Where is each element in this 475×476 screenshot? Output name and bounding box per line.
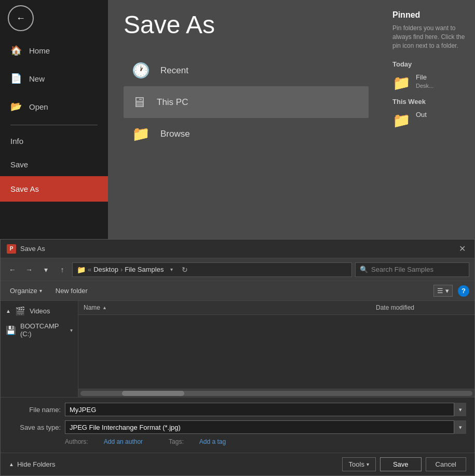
address-path[interactable]: 📁 « Desktop › File Samples ▾ ↻ xyxy=(72,262,352,277)
page-title: Save As xyxy=(124,10,369,39)
view-button[interactable]: ☰ ▾ xyxy=(433,285,453,297)
col-date-label: Date modified xyxy=(376,304,414,311)
videos-icon: 🎬 xyxy=(15,306,25,316)
this-week-folder-name: Out xyxy=(416,111,427,120)
location-browse[interactable]: 📁 Browse xyxy=(124,118,369,150)
sidebar-item-new-label: New xyxy=(29,74,45,83)
pinned-panel: Pinned Pin folders you want to always fi… xyxy=(384,0,475,244)
filename-row: File name: ▾ xyxy=(9,403,466,416)
bootcamp-icon: 💾 xyxy=(6,325,16,335)
sidebar-bootcamp[interactable]: 💾 BOOTCAMP (C:) ▾ xyxy=(1,319,78,341)
form-meta-row: Authors: Add an author Tags: Add a tag xyxy=(9,438,466,445)
scrollbar-track xyxy=(80,391,472,396)
nav-forward-button[interactable]: → xyxy=(22,263,36,276)
new-folder-button[interactable]: New folder xyxy=(51,285,92,297)
address-path-separator1: « xyxy=(88,266,91,273)
col-name-header[interactable]: Name ▲ xyxy=(84,304,376,311)
sidebar-item-home[interactable]: 🏠 Home xyxy=(0,36,108,64)
search-placeholder: Search File Samples xyxy=(371,266,433,273)
nav-dropdown-button[interactable]: ▾ xyxy=(39,263,52,276)
videos-expand-icon: ▲ xyxy=(6,308,11,314)
col-sort-icon: ▲ xyxy=(102,305,107,310)
save-button[interactable]: Save xyxy=(380,457,422,471)
address-path-sep: › xyxy=(120,266,123,273)
cancel-button[interactable]: Cancel xyxy=(426,457,466,471)
nav-up-button[interactable]: ↑ xyxy=(56,263,69,276)
filetype-row: Save as type: ▾ xyxy=(9,420,466,434)
today-folder-path: Desk... xyxy=(416,82,433,89)
location-recent[interactable]: 🕐 Recent xyxy=(124,55,369,86)
hide-folders-icon: ▲ xyxy=(9,461,14,467)
hide-folders-button[interactable]: ▲ Hide Folders xyxy=(9,460,56,468)
sidebar-item-info[interactable]: Info xyxy=(0,129,108,153)
help-icon: ? xyxy=(462,287,466,295)
sidebar-item-save-as-label: Save As xyxy=(10,184,39,193)
file-main: Name ▲ Date modified xyxy=(78,301,474,397)
address-dropdown-button[interactable]: ▾ xyxy=(166,263,177,276)
app-icon-label: P xyxy=(10,246,13,252)
sidebar-item-open-label: Open xyxy=(29,102,48,111)
recent-icon: 🕐 xyxy=(132,62,150,79)
view-icon: ☰ xyxy=(437,287,443,295)
back-button[interactable]: ← xyxy=(8,5,34,31)
today-folder[interactable]: 📁 File Desk... xyxy=(392,73,467,91)
location-browse-label: Browse xyxy=(160,129,190,139)
col-name-label: Name xyxy=(84,304,100,311)
address-refresh-button[interactable]: ↻ xyxy=(179,263,191,276)
tools-label: Tools xyxy=(349,460,364,468)
col-date-header[interactable]: Date modified xyxy=(376,304,469,311)
dialog-addressbar: ← → ▾ ↑ 📁 « Desktop › File Samples ▾ ↻ 🔍… xyxy=(1,258,474,281)
home-icon: 🏠 xyxy=(10,45,22,56)
nav-back-icon: ← xyxy=(9,266,16,274)
organize-button[interactable]: Organize ▾ xyxy=(6,285,46,297)
filename-label: File name: xyxy=(9,406,61,414)
add-tag-link[interactable]: Add a tag xyxy=(199,438,226,445)
today-label: Today xyxy=(392,60,467,68)
sidebar-item-save-as[interactable]: Save As xyxy=(0,176,108,202)
authors-label: Authors: xyxy=(65,438,88,445)
tools-chevron: ▾ xyxy=(367,461,369,467)
location-this-pc[interactable]: 🖥 This PC xyxy=(124,86,369,118)
save-label: Save xyxy=(393,460,409,468)
dropdown-icon: ▾ xyxy=(44,266,48,274)
pinned-title: Pinned xyxy=(392,10,467,20)
backstage-main: Save As 🕐 Recent 🖥 This PC 📁 Browse xyxy=(108,0,384,244)
filetype-dropdown-button[interactable]: ▾ xyxy=(454,420,466,434)
filetype-input[interactable] xyxy=(65,420,466,434)
tools-button[interactable]: Tools ▾ xyxy=(342,457,376,471)
dialog-close-button[interactable]: ✕ xyxy=(456,243,468,255)
sidebar-item-save[interactable]: Save xyxy=(0,153,108,176)
add-author-link[interactable]: Add an author xyxy=(104,438,143,445)
sidebar-item-save-label: Save xyxy=(10,160,28,169)
filename-input[interactable] xyxy=(65,403,466,416)
filename-input-wrap: ▾ xyxy=(65,403,466,416)
file-list-header: Name ▲ Date modified xyxy=(78,301,474,315)
close-icon: ✕ xyxy=(459,244,466,254)
this-week-label: This Week xyxy=(392,98,467,105)
this-week-folder[interactable]: 📁 Out xyxy=(392,111,467,129)
file-list-body xyxy=(78,315,474,389)
today-folder-icon: 📁 xyxy=(392,74,411,91)
search-icon: 🔍 xyxy=(360,266,368,273)
organize-chevron: ▾ xyxy=(39,288,42,294)
scrollbar-thumb xyxy=(122,391,184,396)
search-box[interactable]: 🔍 Search File Samples xyxy=(355,262,469,277)
pinned-desc: Pin folders you want to always find here… xyxy=(392,24,467,50)
filename-dropdown-button[interactable]: ▾ xyxy=(454,403,466,416)
help-button[interactable]: ? xyxy=(458,285,469,297)
nav-back-button[interactable]: ← xyxy=(6,263,19,276)
backstage-sidebar: ← 🏠 Home 📄 New 📂 Open Info Save Save As xyxy=(0,0,108,244)
sidebar-videos[interactable]: ▲ 🎬 Videos xyxy=(1,303,78,319)
this-week-folder-icon: 📁 xyxy=(392,112,411,129)
filetype-label: Save as type: xyxy=(9,424,61,431)
new-icon: 📄 xyxy=(10,73,22,84)
this-week-folder-name-text: Out xyxy=(416,111,427,120)
sidebar-item-open[interactable]: 📂 Open xyxy=(0,92,108,121)
sidebar-item-new[interactable]: 📄 New xyxy=(0,64,108,92)
open-icon: 📂 xyxy=(10,101,22,112)
videos-label: Videos xyxy=(30,307,50,315)
new-folder-label: New folder xyxy=(56,287,88,295)
this-pc-icon: 🖥 xyxy=(132,94,146,111)
file-scrollbar[interactable] xyxy=(78,389,474,397)
browse-icon: 📁 xyxy=(132,125,150,142)
